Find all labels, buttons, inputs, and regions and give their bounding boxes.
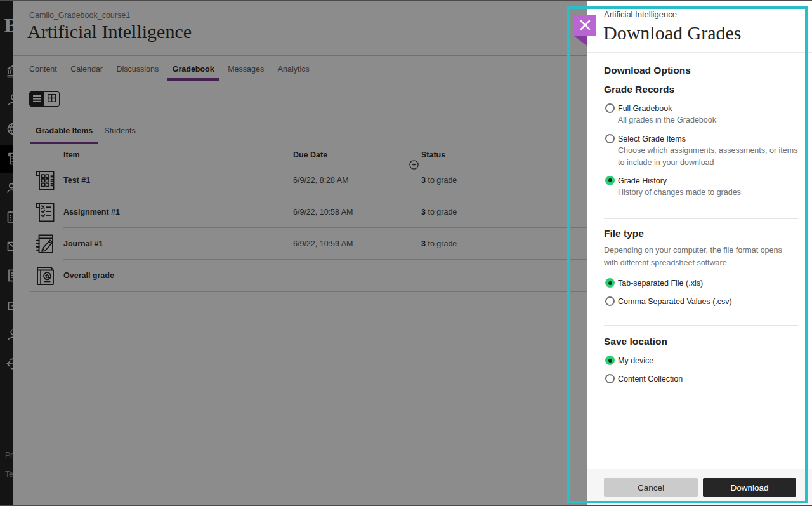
modal-dim-overlay [0, 0, 587, 506]
highlight-annotation-box [567, 6, 808, 503]
screen-top-edge [0, 0, 812, 1]
